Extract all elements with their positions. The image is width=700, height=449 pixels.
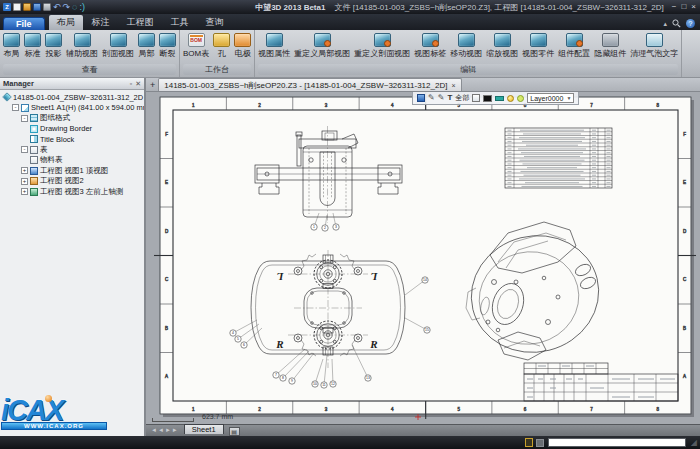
ribbon-button-redef-detail[interactable]: 重定义局部视图 bbox=[292, 32, 352, 60]
close-tab-icon[interactable]: × bbox=[451, 82, 455, 89]
ribbon-group-label: 编辑 bbox=[258, 64, 678, 75]
menu-tab-工程图[interactable]: 工程图 bbox=[119, 15, 162, 30]
sheet-nav-icon[interactable]: ◄ bbox=[151, 427, 157, 433]
brush-icon[interactable] bbox=[495, 96, 504, 101]
sheet-paper bbox=[160, 97, 691, 414]
collapse-ribbon-icon[interactable]: ▴ bbox=[663, 20, 667, 28]
text-style-icon[interactable]: T bbox=[447, 94, 452, 102]
undo-icon[interactable]: ↶ bbox=[53, 3, 61, 12]
ribbon-button-view-props[interactable]: 视图属性 bbox=[256, 32, 292, 60]
table-grid-icon[interactable] bbox=[472, 94, 480, 102]
ribbon-button-electrode[interactable]: 电极 bbox=[232, 32, 253, 60]
canvas-body[interactable]: .fr{stroke:#44474c;stroke-width:.6;fill:… bbox=[146, 92, 700, 424]
ribbon-button-clean-balloon[interactable]: 清理气泡文字 bbox=[628, 32, 680, 60]
command-input[interactable] bbox=[548, 438, 686, 447]
tree-item[interactable]: -Sheet1 A1(H) (841.00 x 594.00 mm) bbox=[0, 103, 144, 114]
document-tab-bar: + 14185-01-003_ZSBS~h削seOP20.Z3 - [14185… bbox=[146, 78, 700, 92]
drawing-sheet-svg[interactable]: .fr{stroke:#44474c;stroke-width:.6;fill:… bbox=[146, 92, 700, 424]
filter-all-label[interactable]: 全部 bbox=[455, 93, 469, 103]
pin-panel-icon[interactable]: ▫ bbox=[130, 80, 132, 87]
active-document-tab[interactable]: 14185-01-003_ZSBS~h削seOP20.Z3 - [14185-0… bbox=[158, 78, 461, 91]
svg-text:5: 5 bbox=[237, 337, 239, 341]
svg-text:11: 11 bbox=[322, 383, 326, 387]
open-file-icon[interactable] bbox=[23, 3, 31, 11]
new-document-tab-icon[interactable]: + bbox=[150, 79, 155, 91]
menu-tab-布局[interactable]: 布局 bbox=[49, 15, 83, 30]
view3-icon bbox=[30, 188, 38, 196]
tree-item[interactable]: Title Block bbox=[0, 134, 144, 145]
save-icon[interactable] bbox=[33, 3, 41, 11]
search-icon[interactable] bbox=[672, 19, 681, 28]
svg-text:14: 14 bbox=[423, 278, 427, 282]
menu-tab-工具[interactable]: 工具 bbox=[163, 15, 197, 30]
ribbon-button-view-label[interactable]: 视图标签 bbox=[412, 32, 448, 60]
tree-item[interactable]: -表 bbox=[0, 145, 144, 156]
line-color-swatch[interactable] bbox=[483, 95, 492, 102]
sheet-nav-icon[interactable]: ► bbox=[165, 427, 171, 433]
ribbon-button-label: 布局 bbox=[4, 48, 20, 59]
close-panel-icon[interactable]: ✕ bbox=[135, 80, 141, 88]
ribbon-button-bom[interactable]: BOM表 bbox=[181, 32, 211, 60]
ribbon-button-label: 辅助视图 bbox=[66, 48, 98, 59]
ribbon-button-label: BOM表 bbox=[183, 48, 209, 59]
collapse-icon[interactable]: - bbox=[12, 104, 19, 111]
new-file-icon[interactable] bbox=[13, 3, 21, 11]
tree-item[interactable]: Drawing Border bbox=[0, 124, 144, 135]
ribbon-button-layout[interactable]: 布局 bbox=[1, 32, 22, 60]
ribbon-button-component-config[interactable]: 组件配置 bbox=[556, 32, 592, 60]
ribbon-button-hole[interactable]: 孔 bbox=[211, 32, 232, 60]
tree-item[interactable]: +工程图 视图2 bbox=[0, 176, 144, 187]
ribbon-button-projection[interactable]: 投影 bbox=[43, 32, 64, 60]
edit-pencil-icon[interactable]: ✎ bbox=[428, 94, 435, 102]
file-menu-button[interactable]: File bbox=[3, 17, 45, 30]
expand-icon[interactable]: + bbox=[21, 178, 28, 185]
sheet-list-button[interactable]: ▤ bbox=[229, 427, 240, 436]
tree-item[interactable]: -图纸格式 bbox=[0, 113, 144, 124]
ribbon-button-redef-section[interactable]: 重定义剖面视图 bbox=[352, 32, 412, 60]
ribbon-button-standard[interactable]: 标准 bbox=[22, 32, 43, 60]
style-pencil-icon[interactable]: ✎ bbox=[438, 94, 445, 102]
tree-item[interactable]: 物料表 bbox=[0, 155, 144, 166]
regen-icon[interactable]: ◌ bbox=[72, 3, 77, 12]
collapse-icon[interactable]: - bbox=[21, 115, 28, 122]
menu-tab-标注[interactable]: 标注 bbox=[84, 15, 118, 30]
ribbon-button-label: 局部 bbox=[139, 48, 155, 59]
print-icon[interactable] bbox=[43, 3, 51, 11]
snap-icon[interactable] bbox=[536, 439, 544, 447]
help-icon[interactable]: ? bbox=[686, 19, 695, 28]
resize-grip[interactable]: ◢ bbox=[691, 438, 697, 447]
sheet-nav-icon[interactable]: ► bbox=[172, 427, 178, 433]
layer-visibility-bulb-icon[interactable] bbox=[507, 95, 514, 102]
layer-state-icon[interactable] bbox=[517, 95, 524, 102]
tree-item[interactable]: 14185-01-004_ZSBW~326311-312_2D bbox=[0, 92, 144, 103]
ribbon: 布局标准投影辅助视图剖面视图局部断裂查看BOM表孔电极工作台视图属性重定义局部视… bbox=[0, 30, 700, 78]
input-mode-icon[interactable] bbox=[525, 438, 533, 447]
ribbon-button-label: 视图属性 bbox=[258, 48, 290, 59]
toolbar-extra-icon[interactable]: :) bbox=[79, 3, 85, 12]
minimize-button[interactable]: − bbox=[672, 2, 677, 12]
ribbon-button-break[interactable]: 断裂 bbox=[157, 32, 178, 60]
ribbon-button-move-view[interactable]: 移动视图 bbox=[448, 32, 484, 60]
menu-tab-查询[interactable]: 查询 bbox=[198, 15, 232, 30]
ribbon-button-detail[interactable]: 局部 bbox=[136, 32, 157, 60]
tree-item[interactable]: +工程图 视图1 顶视图 bbox=[0, 166, 144, 177]
ribbon-button-aux-view[interactable]: 辅助视图 bbox=[64, 32, 100, 60]
ribbon-button-section-view[interactable]: 剖面视图 bbox=[100, 32, 136, 60]
collapse-icon[interactable]: - bbox=[21, 146, 28, 153]
ribbon-button-view-part[interactable]: 视图零件 bbox=[520, 32, 556, 60]
expand-icon[interactable]: + bbox=[21, 167, 28, 174]
sheet-nav-icon[interactable]: ◄ bbox=[158, 427, 164, 433]
document-icon[interactable] bbox=[417, 94, 425, 102]
expand-icon[interactable]: + bbox=[21, 188, 28, 195]
ribbon-button-zoom-view[interactable]: 缩放视图 bbox=[484, 32, 520, 60]
tree-item[interactable]: +工程图 视图3 左前上轴测 bbox=[0, 187, 144, 198]
close-button[interactable]: × bbox=[691, 2, 696, 12]
layer-dropdown[interactable]: Layer0000 ▼ bbox=[527, 93, 574, 103]
redo-icon[interactable]: ↷ bbox=[63, 3, 71, 12]
sheet-tab-Sheet1[interactable]: Sheet1 bbox=[184, 424, 224, 434]
app-logo-icon[interactable]: Z bbox=[3, 3, 11, 11]
ribbon-button-hide-component[interactable]: 隐藏组件 bbox=[592, 32, 628, 60]
maximize-button[interactable]: □ bbox=[681, 2, 686, 12]
svg-text:B: B bbox=[165, 326, 168, 331]
ribbon-button-label: 投影 bbox=[46, 48, 62, 59]
